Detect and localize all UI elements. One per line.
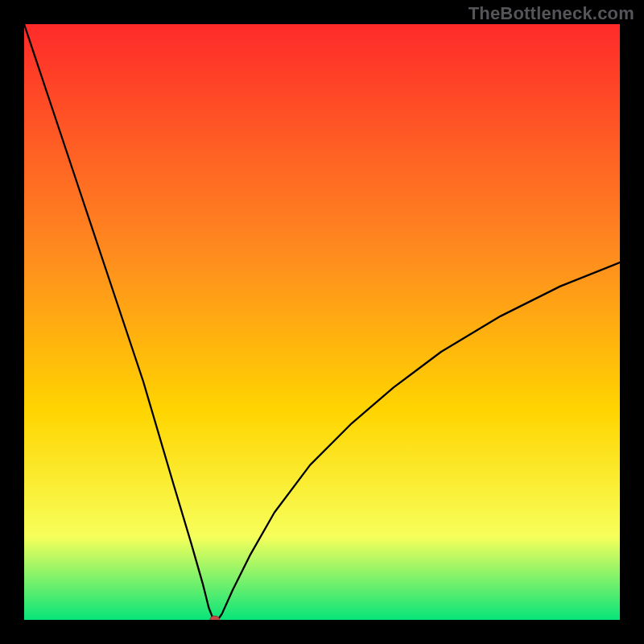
watermark-text: TheBottleneck.com	[469, 3, 634, 24]
chart-frame: TheBottleneck.com	[0, 0, 644, 644]
plot-area	[24, 24, 620, 620]
chart-svg	[24, 24, 620, 620]
gradient-background	[24, 24, 620, 620]
